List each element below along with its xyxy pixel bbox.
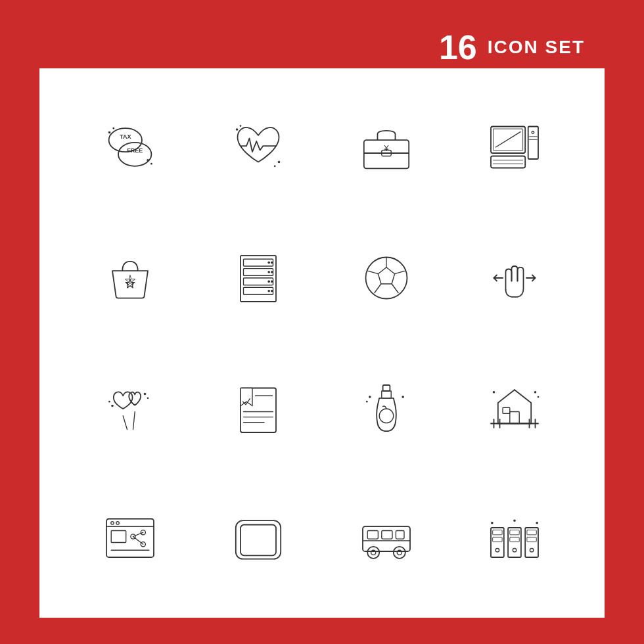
icon-cell-server-units: [450, 474, 578, 605]
svg-point-5: [112, 127, 114, 129]
svg-point-23: [532, 131, 534, 133]
svg-point-77: [537, 396, 539, 398]
icon-cell-hearts-balloons: [66, 343, 194, 474]
svg-text:FREE: FREE: [127, 147, 143, 154]
icon-cell-web-design: [66, 474, 194, 605]
svg-rect-89: [235, 520, 280, 559]
web-design-icon: [101, 510, 160, 569]
svg-point-35: [270, 271, 273, 273]
svg-point-38: [267, 290, 270, 292]
svg-point-39: [270, 290, 273, 292]
svg-line-18: [495, 131, 520, 147]
icon-cell-ketchup-bottle: [322, 343, 450, 474]
header-title: ICON SET: [488, 37, 585, 58]
svg-rect-110: [526, 537, 536, 541]
svg-point-76: [534, 391, 536, 394]
svg-rect-19: [491, 156, 525, 168]
svg-point-80: [110, 521, 114, 524]
svg-point-112: [491, 522, 494, 524]
bookmark-document-icon: [229, 379, 288, 438]
icon-cell-tax-free: TAX FREE: [66, 81, 194, 212]
svg-rect-106: [509, 537, 518, 541]
svg-rect-78: [106, 518, 154, 557]
shopping-bag-star-icon: [101, 248, 160, 308]
svg-point-34: [267, 271, 270, 273]
svg-line-87: [133, 536, 143, 544]
svg-point-62: [379, 409, 394, 423]
svg-point-95: [367, 546, 379, 558]
svg-rect-60: [382, 385, 390, 391]
svg-rect-93: [381, 530, 392, 539]
svg-text:TAX: TAX: [120, 133, 131, 139]
svg-point-36: [267, 280, 270, 283]
svg-rect-105: [509, 530, 518, 534]
svg-line-43: [394, 271, 405, 274]
icon-cell-bus: [322, 474, 450, 605]
svg-point-37: [270, 280, 273, 283]
tv-frame-icon: [229, 510, 288, 569]
svg-point-54: [147, 397, 149, 399]
svg-point-75: [492, 391, 495, 394]
svg-rect-109: [526, 530, 536, 534]
svg-rect-102: [492, 537, 501, 541]
house-fence-icon: [485, 379, 544, 438]
header: 16 ICON SET: [39, 26, 605, 68]
svg-point-81: [116, 521, 119, 524]
icon-cell-server-rack: [194, 212, 322, 343]
svg-point-2: [118, 142, 151, 166]
svg-line-44: [392, 284, 398, 293]
icon-cell-house-fence: [450, 343, 578, 474]
svg-rect-101: [492, 530, 501, 534]
svg-point-10: [277, 160, 280, 163]
svg-point-114: [513, 519, 516, 522]
svg-rect-61: [381, 391, 390, 398]
svg-point-96: [393, 546, 405, 558]
yen-briefcase-icon: ¥: [357, 118, 416, 177]
svg-line-45: [375, 284, 381, 293]
svg-point-33: [270, 261, 273, 264]
icon-cell-tv-frame: [194, 474, 322, 605]
main-card: 16 ICON SET TAX FREE: [39, 26, 605, 618]
heartbeat-icon: [229, 118, 288, 177]
svg-line-46: [367, 271, 378, 274]
svg-rect-82: [111, 530, 126, 542]
svg-point-51: [111, 404, 114, 407]
svg-point-32: [267, 261, 270, 264]
three-finger-swipe-icon: [485, 248, 544, 308]
icon-cell-yen-briefcase: ¥: [322, 81, 450, 212]
svg-rect-68: [509, 411, 518, 423]
svg-rect-94: [396, 530, 404, 539]
svg-point-4: [108, 131, 110, 133]
svg-point-113: [536, 522, 538, 524]
icons-grid: TAX FREE: [39, 68, 605, 618]
svg-point-111: [530, 548, 533, 551]
server-rack-icon: [229, 248, 288, 308]
icon-cell-shopping-bag: [66, 212, 194, 343]
svg-rect-69: [503, 407, 510, 413]
svg-point-9: [239, 125, 241, 127]
svg-rect-90: [241, 524, 276, 555]
icon-cell-heartbeat: [194, 81, 322, 212]
svg-line-50: [133, 411, 135, 429]
svg-text:¥: ¥: [383, 144, 389, 153]
svg-point-6: [147, 159, 149, 162]
svg-point-65: [402, 396, 404, 398]
icon-cell-soccer-ball: [322, 212, 450, 343]
svg-point-64: [365, 400, 367, 402]
svg-marker-66: [497, 390, 530, 423]
svg-rect-92: [367, 530, 378, 539]
hearts-balloons-icon: [101, 379, 160, 438]
svg-line-49: [123, 415, 127, 429]
svg-point-52: [108, 400, 110, 402]
server-units-icon: [485, 510, 544, 569]
svg-point-107: [513, 548, 516, 551]
tax-free-icon: TAX FREE: [101, 118, 160, 177]
bus-icon: [357, 510, 416, 569]
soccer-ball-icon: [357, 248, 416, 308]
icon-cell-computer: [450, 81, 578, 212]
icon-cell-bookmark-document: [194, 343, 322, 474]
svg-point-8: [235, 128, 238, 131]
svg-point-11: [273, 165, 275, 167]
svg-point-7: [150, 162, 152, 164]
ketchup-bottle-icon: [357, 379, 416, 438]
